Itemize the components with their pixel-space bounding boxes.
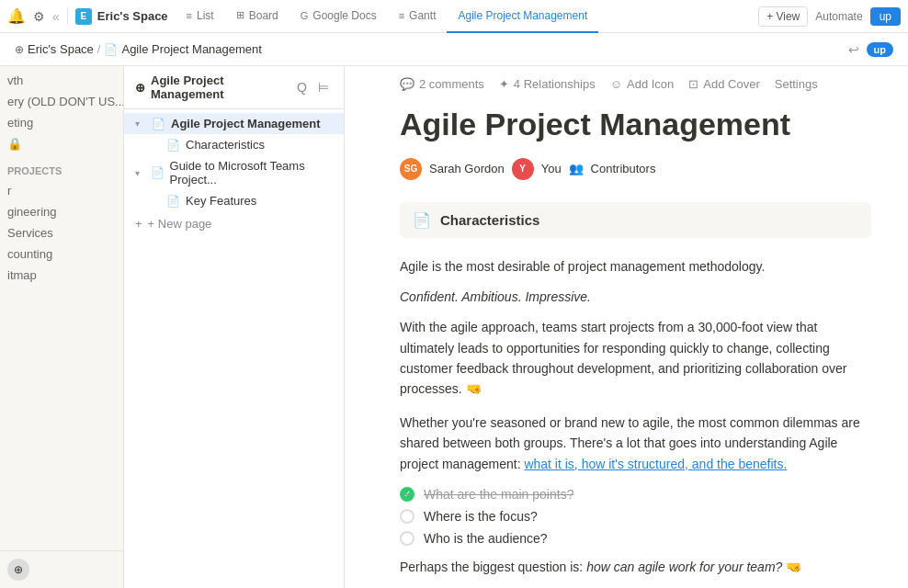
doc-page-icon: 📄 <box>152 118 165 130</box>
new-page-button[interactable]: + + New page <box>124 211 344 236</box>
left-sidebar: vth ery (OLD DON'T US... eting 🔒 Project… <box>0 66 124 588</box>
doc-more-button[interactable]: ⊨ <box>314 78 333 96</box>
doc-sidebar: ⊕ Agile Project Management Q ⊨ ▾ 📄 Agile… <box>124 66 345 588</box>
sidebar-item-eting[interactable]: eting <box>0 112 123 133</box>
gantt-icon: ≡ <box>399 10 404 21</box>
add-icon-button[interactable]: ☺ Add Icon <box>610 77 675 91</box>
sidebar-item-r[interactable]: r <box>0 180 123 201</box>
top-nav: 🔔 ⚙ « E Eric's Space ≡ List ⊞ Board G Go… <box>0 0 908 33</box>
breadcrumb-space-link[interactable]: Eric's Space <box>28 42 94 56</box>
paragraph-2: Confident. Ambitious. Impressive. <box>400 289 871 304</box>
doc-title-icon: ⊕ <box>135 81 145 95</box>
characteristics-block: 📄 Characteristics <box>400 202 871 238</box>
sidebar-item-lock[interactable]: 🔒 <box>0 133 123 154</box>
checklist-item-3[interactable]: Who is the audience? <box>400 531 871 546</box>
collapse-icon[interactable]: « <box>52 9 60 24</box>
tab-google-docs[interactable]: G Google Docs <box>289 0 388 33</box>
new-page-plus-icon: + <box>135 217 142 231</box>
author-avatar-you[interactable]: Y <box>512 158 534 180</box>
sidebar-items: vth ery (OLD DON'T US... eting 🔒 Project… <box>0 66 123 550</box>
automate-button[interactable]: Automate <box>815 10 862 23</box>
agile-link[interactable]: what it is, how it's structured, and the… <box>524 457 787 471</box>
doc-page-icon-guide: 📄 <box>151 166 165 179</box>
projects-more-icon[interactable]: ··· <box>97 165 106 176</box>
page-authors: SG Sarah Gordon Y You 👥 Contributors <box>400 158 871 180</box>
doc-tree-item-guide[interactable]: ▾ 📄 Guide to Microsoft Teams Project... <box>124 155 344 190</box>
google-docs-icon: G <box>301 10 309 21</box>
space-breadcrumb-icon: ⊕ <box>15 43 24 56</box>
up-button[interactable]: up <box>870 7 901 26</box>
nav-right: + View Automate up <box>758 6 901 27</box>
projects-add-icon[interactable]: + <box>110 165 116 176</box>
doc-sidebar-title: ⊕ Agile Project Management <box>135 74 293 101</box>
settings-icon[interactable]: ⚙ <box>33 9 45 24</box>
add-view-button[interactable]: + View <box>758 6 808 27</box>
page-title: Agile Project Management <box>400 106 871 143</box>
tab-gantt[interactable]: ≡ Gantt <box>388 0 448 33</box>
sidebar-bottom: ⊕ <box>0 550 123 588</box>
tab-list[interactable]: ≡ List <box>176 0 225 33</box>
main-layout: vth ery (OLD DON'T US... eting 🔒 Project… <box>0 66 908 588</box>
tree-toggle-guide[interactable]: ▾ <box>135 168 145 178</box>
sidebar-item-services[interactable]: Services <box>0 222 123 243</box>
bell-icon[interactable]: 🔔 <box>7 7 26 25</box>
nav-tabs: ≡ List ⊞ Board G Google Docs ≡ Gantt Agi… <box>176 0 759 33</box>
checkbox-1[interactable]: ✓ <box>400 487 414 502</box>
final-italic: how can agile work for your team? <box>586 560 782 574</box>
sidebar-section-projects: Projects ··· + <box>0 154 123 180</box>
sidebar-item-ery[interactable]: ery (OLD DON'T US... <box>0 91 123 112</box>
checklist-item-1[interactable]: ✓ What are the main points? <box>400 487 871 502</box>
doc-page-icon-char: 📄 <box>166 139 180 152</box>
doc-page-icon-features: 📄 <box>166 195 180 208</box>
tree-toggle-agile[interactable]: ▾ <box>135 119 146 129</box>
comments-button[interactable]: 💬 2 comments <box>400 77 484 91</box>
page-breadcrumb-icon: 📄 <box>104 43 118 56</box>
paragraph-4: Whether you're seasoned or brand new to … <box>400 413 871 474</box>
board-icon: ⊞ <box>236 9 244 21</box>
paragraph-1: Agile is the most desirable of project m… <box>400 256 871 277</box>
relationships-icon: ✦ <box>499 77 509 91</box>
comments-icon: 💬 <box>400 77 414 91</box>
add-icon-icon: ☺ <box>610 77 622 91</box>
doc-search-button[interactable]: Q <box>293 78 311 96</box>
space-avatar: E <box>75 8 92 25</box>
breadcrumb: ⊕ Eric's Space / 📄 Agile Project Managem… <box>0 33 908 66</box>
checklist-item-2[interactable]: Where is the focus? <box>400 509 871 524</box>
update-badge[interactable]: up <box>867 42 893 57</box>
sidebar-item-counting[interactable]: counting <box>0 243 123 265</box>
characteristics-block-icon: 📄 <box>413 211 431 229</box>
sidebar-item-vth[interactable]: vth <box>0 70 123 91</box>
author-name-sarah[interactable]: Sarah Gordon <box>429 162 505 175</box>
contributors-icon: 👥 <box>569 162 584 175</box>
contributors-label[interactable]: Contributors <box>591 162 656 175</box>
undo-button[interactable]: ↩ <box>848 42 859 57</box>
tab-board[interactable]: ⊞ Board <box>225 0 289 33</box>
doc-tree-item-key-features[interactable]: 📄 Key Features <box>124 190 344 211</box>
breadcrumb-current-page: Agile Project Management <box>121 42 261 56</box>
sidebar-item-sitemap[interactable]: itmap <box>0 265 123 286</box>
breadcrumb-separator: / <box>97 42 101 56</box>
settings-button[interactable]: Settings <box>775 77 818 91</box>
author-name-you[interactable]: You <box>541 162 562 175</box>
author-avatar-sarah[interactable]: SG <box>400 158 422 180</box>
sidebar-bottom-icon[interactable]: ⊕ <box>7 559 29 581</box>
checklist: ✓ What are the main points? Where is the… <box>400 487 871 546</box>
sidebar-item-engineering[interactable]: gineering <box>0 201 123 222</box>
content-toolbar: 💬 2 comments ✦ 4 Relationships ☺ Add Ico… <box>400 66 871 98</box>
tab-agile[interactable]: Agile Project Management <box>447 0 598 33</box>
lock-icon: 🔒 <box>7 137 22 151</box>
doc-tree-item-characteristics[interactable]: 📄 Characteristics <box>124 134 344 155</box>
doc-sidebar-actions: Q ⊨ <box>293 78 333 96</box>
final-paragraph: Perhaps the biggest question is: how can… <box>400 557 871 577</box>
add-cover-button[interactable]: ⊡ Add Cover <box>688 77 759 91</box>
checkbox-3[interactable] <box>400 531 414 546</box>
content-area: 💬 2 comments ✦ 4 Relationships ☺ Add Ico… <box>345 66 908 588</box>
checkbox-2[interactable] <box>400 509 414 524</box>
paragraph-3: With the agile approach, teams start pro… <box>400 317 871 400</box>
doc-tree-item-agile-root[interactable]: ▾ 📄 Agile Project Management <box>124 113 344 134</box>
list-icon: ≡ <box>187 10 192 21</box>
doc-tree: ▾ 📄 Agile Project Management 📄 Character… <box>124 109 344 588</box>
space-title[interactable]: E Eric's Space <box>68 8 176 25</box>
relationships-button[interactable]: ✦ 4 Relationships <box>499 77 596 91</box>
doc-sidebar-header: ⊕ Agile Project Management Q ⊨ <box>124 66 344 109</box>
